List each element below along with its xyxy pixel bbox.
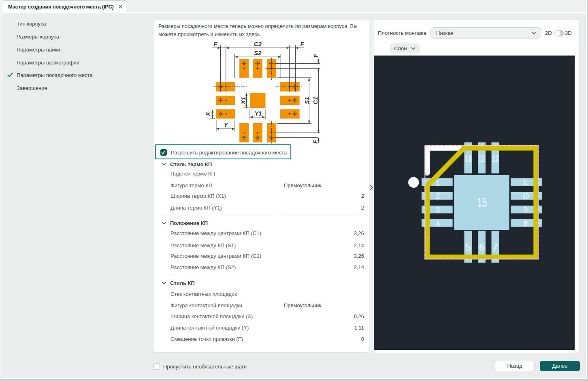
svg-text:15: 15	[477, 195, 487, 210]
svg-text:12: 12	[492, 154, 499, 164]
svg-text:13: 13	[478, 154, 485, 164]
svg-text:5: 5	[466, 242, 471, 253]
svg-text:F: F	[300, 41, 304, 47]
svg-text:Y: Y	[224, 121, 228, 128]
svg-text:11: 11	[523, 178, 528, 187]
svg-text:7: 7	[493, 242, 498, 253]
svg-text:10: 10	[523, 192, 529, 200]
svg-text:C1: C1	[312, 96, 319, 104]
svg-text:1: 1	[436, 179, 440, 187]
svg-text:S1: S1	[303, 97, 310, 104]
svg-text:F: F	[213, 41, 217, 47]
svg-text:C2: C2	[254, 41, 262, 47]
svg-text:Y1: Y1	[254, 110, 262, 117]
svg-text:14: 14	[465, 154, 471, 164]
svg-text:8: 8	[524, 219, 528, 228]
svg-text:F: F	[312, 54, 319, 58]
svg-text:9: 9	[524, 205, 528, 214]
svg-text:S2: S2	[254, 49, 262, 56]
svg-text:4: 4	[436, 219, 440, 228]
svg-text:3: 3	[436, 205, 440, 214]
svg-text:X1: X1	[240, 97, 247, 105]
svg-text:2: 2	[436, 192, 440, 200]
svg-text:6: 6	[479, 242, 484, 253]
svg-text:X: X	[204, 111, 211, 116]
svg-text:F: F	[312, 140, 319, 144]
